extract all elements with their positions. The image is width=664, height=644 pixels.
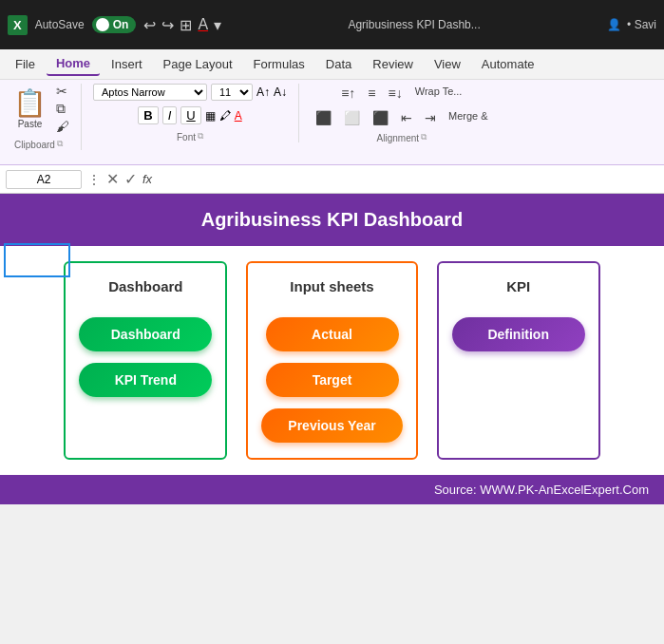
paste-label: Paste [18,119,43,129]
toggle-circle [96,18,109,31]
font-color-button[interactable]: A [235,109,242,123]
kpi-trend-button[interactable]: KPI Trend [79,363,212,397]
toolbar-icons: ↩ ↪ ⊞ A ▾ [143,16,221,34]
kpi-section-title: KPI [506,278,530,294]
align-left-button[interactable]: ⬛ [311,108,336,127]
align-center-top-button[interactable]: ≡ [363,84,380,103]
font-label: Font [177,132,196,142]
account-icon: 👤 [607,18,621,31]
menu-view[interactable]: View [425,53,470,75]
undo-icon[interactable]: ↩ [143,16,156,34]
formula-input[interactable] [158,173,658,186]
formula-bar: ⋮ ✕ ✓ fx [0,165,664,194]
clipboard-expand-icon[interactable]: ⧉ [57,139,63,149]
save-status: • Savi [627,18,656,31]
menu-bar: File Home Insert Page Layout Formulas Da… [0,49,664,80]
wrap-text-button[interactable]: Wrap Te... [410,84,467,103]
font-expand-icon[interactable]: ⧉ [198,131,203,142]
cut-button[interactable]: ✂ [56,84,69,99]
cell-reference-input[interactable] [6,170,82,189]
dashboard-button[interactable]: Dashboard [79,317,212,351]
copy-button[interactable]: ⧉ [56,101,69,117]
grid-icon[interactable]: ⊞ [180,16,192,34]
sheet-footer: Source: WWW.PK-AnExcelExpert.Com [0,475,664,504]
previous-year-button[interactable]: Previous Year [261,408,402,443]
definition-button[interactable]: Definition [452,317,585,351]
redo-icon[interactable]: ↪ [161,16,174,34]
dashboard-title: Agribusiness KPI Dashboard [0,194,664,246]
alignment-group: ≡↑ ≡ ≡↓ Wrap Te... ⬛ ⬜ ⬛ ⇤ ⇥ Merge & Ali… [311,84,504,143]
menu-review[interactable]: Review [363,53,423,75]
input-title-row: Input sheets [284,278,379,298]
autosave-label: AutoSave [35,18,85,31]
increase-font-icon[interactable]: A↑ [256,85,270,99]
kpi-title-row: KPI [501,278,536,298]
menu-file[interactable]: File [6,53,45,75]
kpi-nav-box: KPI Definition [437,261,600,460]
menu-data[interactable]: Data [316,53,361,75]
menu-formulas[interactable]: Formulas [244,53,314,75]
formula-bar-menu-icon[interactable]: ⋮ [87,172,101,187]
sheet-content: Agribusiness KPI Dashboard Dashboard Das… [0,194,664,504]
bold-button[interactable]: B [138,106,158,124]
menu-automate[interactable]: Automate [472,53,544,75]
title-right: 👤 • Savi [607,18,656,31]
menu-home[interactable]: Home [47,52,100,76]
align-center-button[interactable]: ⬜ [339,108,365,127]
window-title: Agribusiness KPI Dashb... [229,18,599,31]
fx-label: fx [142,172,152,186]
autosave-toggle[interactable]: On [92,16,137,33]
fill-color-button[interactable]: 🖍 [219,109,231,123]
align-left-top-button[interactable]: ≡↑ [336,84,360,103]
borders-button[interactable]: ▦ [205,109,216,123]
input-sheets-nav-box: Input sheets Actual Target Previous Year [246,261,417,460]
dashboard-section-title: Dashboard [108,278,182,294]
font-size-select[interactable]: 11 [211,84,253,101]
decrease-font-icon[interactable]: A↓ [274,85,287,99]
merge-button[interactable]: Merge & [444,108,493,127]
paste-button[interactable]: 📋 Paste [8,84,52,134]
format-painter-button[interactable]: 🖌 [56,119,69,134]
navigation-area: Dashboard Dashboard KPI Trend Input shee… [0,246,664,475]
align-right-button[interactable]: ⬛ [368,108,393,127]
dashboard-nav-box: Dashboard Dashboard KPI Trend [64,261,227,460]
clipboard-label: Clipboard [14,140,55,150]
menu-page-layout[interactable]: Page Layout [154,53,242,75]
indent-decrease-button[interactable]: ⇤ [396,108,417,127]
underline-button[interactable]: U [180,106,200,124]
toggle-on-label: On [113,18,129,31]
confirm-formula-icon[interactable]: ✓ [124,170,137,188]
target-button[interactable]: Target [266,363,399,397]
paste-icon: 📋 [13,87,47,119]
alignment-expand-icon[interactable]: ⧉ [421,132,427,142]
font-color-icon[interactable]: A [198,16,208,33]
excel-logo: X [8,15,28,35]
title-bar: X AutoSave On ↩ ↪ ⊞ A ▾ Agribusiness KPI… [0,0,664,49]
font-group: Aptos Narrow 11 A↑ A↓ B I U ▦ 🖍 A Font ⧉ [93,84,299,142]
clipboard-group: 📋 Paste ✂ ⧉ 🖌 Clipboard ⧉ [8,84,82,150]
ribbon: 📋 Paste ✂ ⧉ 🖌 Clipboard ⧉ Aptos Narrow 1… [0,80,664,165]
align-right-top-button[interactable]: ≡↓ [384,84,408,103]
input-section-title: Input sheets [290,278,373,294]
cancel-formula-icon[interactable]: ✕ [106,170,119,188]
alignment-label: Alignment [377,133,419,143]
clipboard-sub-buttons: ✂ ⧉ 🖌 [56,84,69,134]
font-name-select[interactable]: Aptos Narrow [93,84,207,101]
italic-button[interactable]: I [162,106,178,124]
actual-button[interactable]: Actual [266,317,399,351]
dashboard-title-row: Dashboard [103,278,188,298]
indent-increase-button[interactable]: ⇥ [420,108,441,127]
menu-insert[interactable]: Insert [102,53,152,75]
dropdown-icon[interactable]: ▾ [214,16,221,34]
source-text: Source: WWW.PK-AnExcelExpert.Com [434,483,649,497]
